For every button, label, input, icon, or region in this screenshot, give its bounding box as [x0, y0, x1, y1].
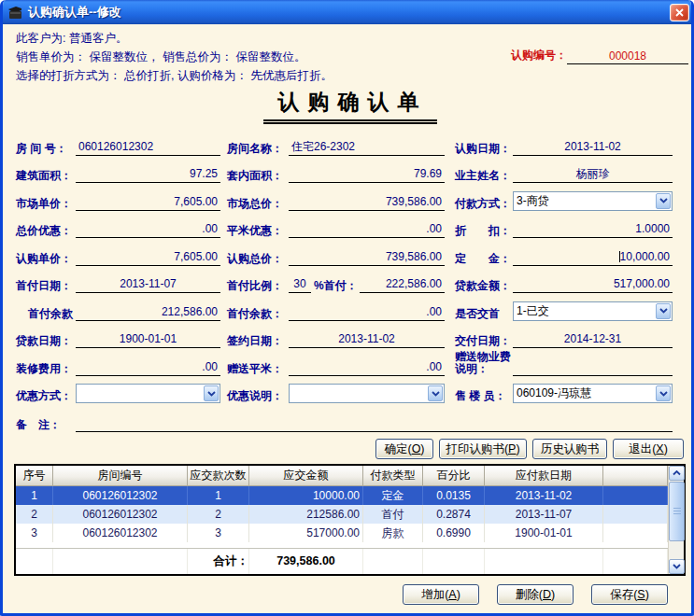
first-balance-right-field[interactable]: .00 — [289, 305, 445, 321]
record-buttons: 增加(A) 删除(D) 保存(S) — [403, 584, 668, 605]
add-button[interactable]: 增加(A) — [403, 584, 479, 605]
header-times[interactable]: 应交款次数 — [188, 466, 249, 486]
exit-button[interactable]: 退出(X) — [613, 439, 684, 459]
save-button[interactable]: 保存(S) — [591, 584, 668, 605]
loan-date-label: 贷款日期： — [16, 334, 76, 348]
market-unit-price-field[interactable]: 7,605.00 — [76, 195, 220, 211]
confirm-button[interactable]: 确定(O) — [375, 439, 433, 459]
discount-field[interactable]: 1.0000 — [513, 222, 673, 238]
first-pay-date-label: 首付日期： — [16, 279, 76, 293]
decorate-fee-label: 装修费用： — [16, 362, 76, 376]
print-subscription-button[interactable]: 打印认购书(P) — [439, 439, 527, 459]
chevron-down-icon[interactable] — [428, 385, 443, 401]
loan-date-field[interactable]: 1900-01-01 — [76, 332, 220, 348]
window: 认购确认单--修改 此客户为: 普通客户。 销售单价为： 保留整数位， 销售总价… — [0, 0, 694, 616]
build-area-field[interactable]: 97.25 — [76, 167, 220, 183]
market-total-price-field[interactable]: 739,586.00 — [289, 195, 445, 211]
table-row[interactable]: 3 060126012302 3 517000.00 房款 0.6990 190… — [16, 524, 668, 542]
subscribe-total-price-field[interactable]: 739,586.00 — [289, 250, 445, 266]
first-pay-amount-label: %首付： — [314, 279, 360, 293]
app-icon — [7, 6, 23, 20]
first-pay-ratio-label: 首付比例： — [227, 279, 289, 293]
scrollbar-thumb[interactable] — [669, 482, 685, 541]
market-unit-price-label: 市场单价： — [16, 197, 76, 211]
scroll-down-icon[interactable] — [669, 559, 685, 574]
gift-sqm-field[interactable]: .00 — [289, 360, 445, 376]
discount-label: 折 扣： — [455, 224, 513, 238]
owner-name-value: 杨丽珍 — [576, 167, 610, 180]
first-pay-ratio-input[interactable]: 30 — [289, 277, 311, 293]
table-row[interactable]: 2 060126012302 2 212586.00 首付 0.2874 201… — [16, 505, 668, 524]
form-title-wrap: 认购确认单 — [3, 88, 694, 124]
subscribe-unit-price-value: 7,605.00 — [174, 250, 218, 263]
deposit-label: 定 金： — [455, 252, 513, 266]
first-pay-date-field[interactable]: 2013-11-07 — [76, 277, 220, 293]
discount-note-label: 优惠说明： — [227, 389, 289, 403]
subscribe-date-field[interactable]: 2013-11-02 — [513, 140, 673, 156]
table-scrollbar[interactable] — [668, 466, 684, 574]
history-subscription-button[interactable]: 历史认购书 — [532, 439, 607, 459]
first-balance-right-label: 首付余款： — [227, 307, 289, 321]
sqm-discount-field[interactable]: .00 — [289, 222, 445, 238]
titlebar[interactable]: 认购确认单--修改 — [0, 0, 694, 24]
payment-method-select[interactable]: 3-商贷 — [513, 191, 673, 211]
deliver-date-field[interactable]: 2014-12-31 — [513, 332, 673, 348]
header-type[interactable]: 付款类型 — [363, 466, 423, 486]
header-date[interactable]: 应付款日期 — [485, 466, 603, 486]
first-pay-ratio-value: 30 — [293, 277, 305, 290]
window-title: 认购确认单--修改 — [28, 4, 670, 21]
first-pay-amount-field[interactable]: 222,586.00 — [360, 277, 445, 293]
room-name-field[interactable]: 住宅26-2302 — [289, 140, 445, 156]
subscribe-unit-price-field[interactable]: 7,605.00 — [76, 250, 220, 266]
subscribe-date-value: 2013-11-02 — [564, 140, 621, 153]
chevron-down-icon[interactable] — [656, 303, 671, 319]
sign-date-label: 签约日期： — [227, 334, 289, 348]
owner-name-field[interactable]: 杨丽珍 — [513, 167, 673, 183]
market-total-price-value: 739,586.00 — [386, 195, 442, 208]
delete-button[interactable]: 删除(D) — [497, 584, 574, 605]
owner-name-label: 业主姓名： — [455, 169, 513, 183]
paid-first-label: 是否交首 — [455, 307, 513, 321]
market-unit-price-value: 7,605.00 — [174, 195, 218, 208]
subscribe-unit-price-label: 认购单价： — [16, 252, 76, 266]
deposit-field[interactable]: 10,000.00 — [513, 250, 673, 266]
room-name-value: 住宅26-2302 — [291, 140, 355, 153]
total-discount-label: 总价优惠： — [16, 224, 76, 238]
inner-area-field[interactable]: 79.69 — [289, 167, 445, 183]
header-pct[interactable]: 百分比 — [423, 466, 485, 486]
loan-amount-field[interactable]: 517,000.00 — [513, 277, 673, 293]
first-balance-left-field[interactable]: 212,586.00 — [76, 305, 220, 321]
salesman-select[interactable]: 060109-冯琼慧 — [513, 384, 673, 403]
loan-amount-label: 贷款金额： — [455, 279, 513, 293]
gift-sqm-value: .00 — [426, 360, 442, 373]
chevron-down-icon[interactable] — [656, 193, 671, 209]
discount-value: 1.0000 — [635, 222, 670, 235]
sign-date-field[interactable]: 2013-11-02 — [289, 332, 445, 348]
header-amount[interactable]: 应交金额 — [249, 466, 363, 486]
header-seq[interactable]: 序号 — [16, 466, 53, 486]
chevron-down-icon[interactable] — [656, 385, 671, 401]
deliver-date-value: 2014-12-31 — [564, 332, 621, 345]
room-no-field[interactable]: 060126012302 — [76, 140, 220, 156]
form-column-middle: 房间名称：住宅26-2302 套内面积：79.69 市场总价：739,586.0… — [227, 131, 445, 406]
remark-field[interactable] — [76, 429, 673, 432]
decorate-fee-field[interactable]: .00 — [76, 360, 220, 376]
scroll-up-icon[interactable] — [669, 466, 685, 481]
room-name-label: 房间名称： — [227, 142, 289, 156]
action-buttons: 确定(O) 打印认购书(P) 历史认购书 退出(X) — [375, 439, 684, 459]
decorate-fee-value: .00 — [202, 360, 218, 373]
order-number-group: 认购编号： 000018 — [511, 45, 688, 64]
discount-method-select[interactable] — [76, 384, 220, 403]
deliver-date-label: 交付日期： — [455, 334, 513, 348]
header-room[interactable]: 房间编号 — [53, 466, 188, 486]
close-button[interactable] — [670, 4, 689, 21]
gift-property-note-field[interactable] — [513, 374, 673, 376]
chevron-down-icon[interactable] — [204, 385, 219, 401]
gift-property-note-label: 赠送物业费说明： — [455, 351, 513, 376]
customer-type-note: 此客户为: 普通客户。 — [16, 31, 127, 47]
paid-first-select[interactable]: 1-已交 — [513, 301, 673, 321]
discount-note-select[interactable] — [289, 384, 445, 403]
table-row[interactable]: 1 060126012302 1 10000.00 定金 0.0135 2013… — [16, 486, 668, 505]
total-discount-field[interactable]: .00 — [76, 222, 220, 238]
order-number-value: 000018 — [567, 49, 688, 64]
